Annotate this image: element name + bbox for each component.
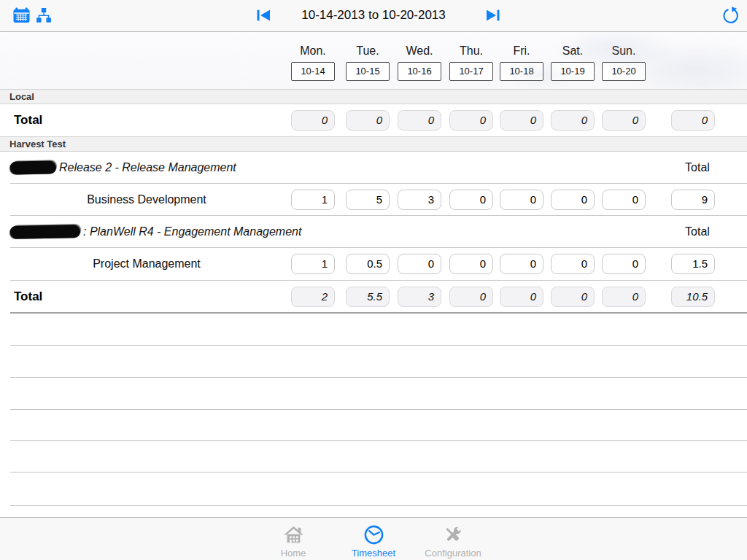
week-header-band: Mon. Tue. Wed. Thu. Fri. Sat. Sun. 10-14… [0, 32, 747, 89]
hours-input[interactable]: 0 [500, 190, 543, 210]
day-label: Sat. [551, 44, 595, 58]
day-label: Thu. [449, 44, 493, 58]
total-cell: 0 [500, 110, 543, 131]
total-cell: 0 [346, 110, 390, 131]
skip-previous-icon[interactable] [257, 9, 271, 24]
total-cell: 0 [551, 287, 595, 307]
hours-input[interactable]: 0 [500, 254, 543, 274]
total-cell: 2 [291, 287, 335, 307]
day-label: Sun. [602, 44, 646, 58]
task-week-total: 9 [671, 190, 715, 210]
total-cell: 0 [602, 287, 646, 307]
day-label: Mon. [291, 44, 335, 58]
total-cell: 5.5 [346, 287, 390, 307]
tab-label: Configuration [406, 548, 500, 559]
total-cell: 0 [449, 287, 493, 307]
date-box: 10-20 [602, 62, 646, 81]
day-label: Fri. [500, 44, 543, 58]
project-name: Release 2 - Release Management [10, 152, 236, 184]
week-total-cell: 0 [671, 110, 715, 131]
tools-icon [406, 523, 500, 547]
hours-input[interactable]: 3 [398, 190, 441, 210]
date-box: 10-16 [398, 62, 441, 81]
day-label: Tue. [346, 44, 390, 58]
task-name: Business Development [0, 184, 293, 216]
empty-row-divider [10, 345, 747, 346]
task-row: Business Development 1 5 3 0 0 0 0 9 [0, 184, 747, 216]
local-total-row: Total 0 0 0 0 0 0 0 0 [0, 104, 747, 136]
week-total-cell: 10.5 [671, 287, 715, 307]
total-cell: 0 [551, 110, 595, 131]
hours-input[interactable]: 0 [449, 254, 493, 274]
hours-input[interactable]: 1 [291, 190, 335, 210]
total-cell: 0 [291, 110, 335, 131]
date-box: 10-15 [346, 62, 390, 81]
calendar-icon[interactable] [13, 7, 30, 26]
date-box: 10-19 [551, 62, 595, 81]
project-row: Release 2 - Release Management Total [0, 152, 747, 184]
hours-input[interactable]: 0 [449, 190, 493, 210]
tab-configuration[interactable]: Configuration [406, 523, 500, 559]
empty-row-divider [10, 377, 747, 378]
total-column-label: Total [671, 152, 724, 184]
section-bottom-divider [10, 312, 747, 314]
row-label-total: Total [14, 104, 42, 136]
total-column-label: Total [671, 216, 724, 248]
project-name: : PlanWell R4 - Engagement Management [10, 216, 301, 248]
empty-row-divider [10, 409, 747, 410]
total-cell: 0 [500, 287, 543, 307]
task-week-total: 1.5 [671, 254, 715, 274]
task-name: Project Management [0, 248, 293, 280]
hours-input[interactable]: 0 [602, 254, 646, 274]
hours-input[interactable]: 5 [346, 190, 390, 210]
hours-input[interactable]: 0.5 [346, 254, 390, 274]
total-cell: 3 [398, 287, 441, 307]
total-cell: 0 [449, 110, 493, 131]
hours-input[interactable]: 1 [291, 254, 335, 274]
hours-input[interactable]: 0 [602, 190, 646, 210]
hours-input[interactable]: 0 [551, 254, 595, 274]
redacted-client-name [10, 160, 55, 174]
date-box: 10-14 [291, 62, 335, 81]
redacted-client-name [10, 225, 80, 238]
skip-next-icon[interactable] [486, 9, 500, 24]
row-label-total: Total [14, 281, 42, 313]
hours-input[interactable]: 0 [398, 254, 441, 274]
day-label: Wed. [398, 44, 441, 58]
project-row: : PlanWell R4 - Engagement Management To… [0, 216, 747, 248]
total-cell: 0 [602, 110, 646, 131]
nav-bar: 10-14-2013 to 10-20-2013 [0, 0, 747, 32]
tab-bar: Home Timesheet Config [0, 517, 747, 560]
section-header-harvest-test: Harvest Test [0, 136, 747, 152]
week-range-title: 10-14-2013 to 10-20-2013 [301, 8, 446, 23]
harvest-total-row: Total 2 5.5 3 0 0 0 0 10.5 [0, 281, 747, 313]
org-chart-icon[interactable] [36, 7, 52, 26]
empty-row-divider [10, 472, 747, 472]
date-box: 10-17 [449, 62, 493, 81]
hours-input[interactable]: 0 [551, 190, 595, 210]
date-box: 10-18 [500, 62, 543, 81]
total-cell: 0 [398, 110, 441, 131]
refresh-icon[interactable] [721, 7, 740, 28]
empty-row-divider [10, 440, 747, 441]
task-row: Project Management 1 0.5 0 0 0 0 0 1.5 [0, 248, 747, 280]
empty-row-divider [10, 505, 747, 506]
section-header-local: Local [0, 89, 747, 104]
